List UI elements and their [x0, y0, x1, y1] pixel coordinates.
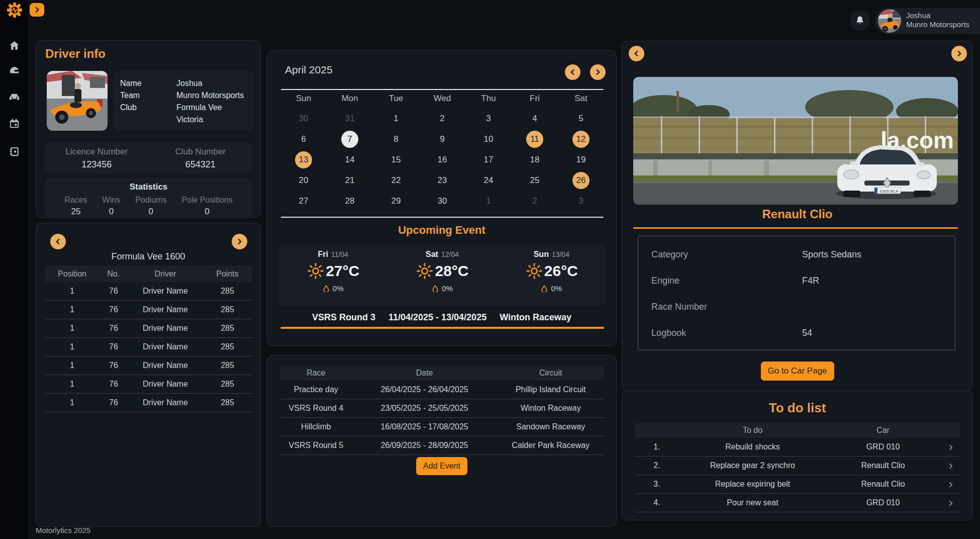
- races-table: RaceDateCircuit Practice day26/04/2025 -…: [280, 366, 604, 455]
- calendar-day[interactable]: 31: [327, 108, 373, 129]
- chevron-right-icon[interactable]: [939, 498, 960, 507]
- calendar-day[interactable]: 3: [558, 191, 604, 211]
- calendar-day[interactable]: 16: [419, 149, 465, 170]
- calendar-day[interactable]: 3: [465, 108, 512, 129]
- column-header: To do: [678, 426, 827, 435]
- races-header: RaceDateCircuit: [280, 366, 604, 381]
- stat: Wins0: [103, 196, 121, 217]
- calendar-day[interactable]: 25: [512, 170, 558, 191]
- table-cell: 285: [203, 305, 252, 314]
- leaderboard-next-button[interactable]: [232, 234, 247, 249]
- car-next-button[interactable]: [951, 46, 967, 61]
- event-location: Winton Raceway: [500, 312, 571, 323]
- driver-stats: Races25Wins0Podiums0Pole Positions0: [45, 196, 252, 217]
- calendar-day[interactable]: 6: [280, 129, 327, 149]
- weekday-label: Thu: [465, 94, 512, 104]
- calendar-day[interactable]: 2: [419, 108, 465, 129]
- calendar-day[interactable]: 10: [465, 129, 512, 149]
- calendar-day[interactable]: 1: [373, 108, 419, 129]
- todo-row[interactable]: 4.Pour new seatGRD 010: [635, 494, 960, 512]
- detail-value: Sports Sedans: [802, 249, 942, 260]
- table-cell: 23/05/2025 - 25/05/2025: [352, 404, 498, 413]
- sun-icon: [525, 262, 543, 280]
- todo-row[interactable]: 2.Replace gear 2 synchroRenault Clio: [635, 457, 960, 475]
- chevron-right-icon[interactable]: [939, 442, 960, 452]
- todo-row[interactable]: 1.Rebuild shocksGRD 010: [635, 438, 960, 457]
- driver-info-title: Driver info: [45, 47, 106, 61]
- table-cell: Winton Raceway: [497, 404, 604, 413]
- calendar-day[interactable]: 7: [327, 129, 373, 149]
- helmet-icon[interactable]: [9, 65, 20, 76]
- calendar-day[interactable]: 24: [465, 170, 512, 191]
- stat-value: 0: [135, 207, 166, 217]
- weekday-label: Sun: [280, 94, 327, 104]
- calendar-day[interactable]: 11: [512, 129, 558, 149]
- calendar-day[interactable]: 19: [558, 149, 604, 170]
- sun-icon: [307, 262, 325, 280]
- event-date-range: 11/04/2025 - 13/04/2025: [388, 312, 486, 323]
- calendar-day[interactable]: 30: [280, 108, 327, 129]
- calendar-day[interactable]: 5: [558, 108, 604, 129]
- calendar-day[interactable]: 23: [419, 170, 465, 191]
- upcoming-event-title: Upcoming Event: [267, 224, 616, 237]
- calendar-day[interactable]: 22: [373, 170, 419, 191]
- calendar-prev-button[interactable]: [565, 64, 580, 80]
- driver-field: NameJoshua: [120, 77, 247, 89]
- table-cell: 1: [45, 380, 99, 389]
- calendar-next-button[interactable]: [590, 64, 606, 80]
- calendar-day[interactable]: 29: [373, 191, 419, 211]
- raindrop-icon: [323, 285, 330, 292]
- calendar-day[interactable]: 26: [558, 170, 604, 191]
- divider: [281, 217, 604, 218]
- calendar-day[interactable]: 9: [419, 129, 465, 149]
- car-icon[interactable]: [9, 92, 20, 103]
- driver-photo: [47, 71, 108, 131]
- avatar[interactable]: [877, 9, 902, 33]
- todo-number: 1.: [635, 442, 678, 452]
- calendar-day[interactable]: 13: [280, 149, 327, 170]
- todo-number: 3.: [635, 480, 678, 489]
- car-details: CategorySports SedansEngineF4RRace Numbe…: [638, 236, 955, 350]
- table-cell: Practice day: [280, 385, 352, 394]
- notifications-button[interactable]: [850, 11, 870, 31]
- weather-temp: 28°C: [387, 262, 497, 280]
- calendar-day[interactable]: 8: [373, 129, 419, 149]
- table-cell: 1: [45, 342, 99, 351]
- calendar-day[interactable]: 4: [512, 108, 558, 129]
- add-event-button[interactable]: Add Event: [416, 457, 467, 475]
- car-prev-button[interactable]: [629, 46, 644, 61]
- calendar-day[interactable]: 30: [419, 191, 465, 211]
- calendar-day[interactable]: 18: [512, 149, 558, 170]
- chevron-left-icon: [634, 50, 641, 57]
- calendar-day[interactable]: 28: [327, 191, 373, 211]
- calendar-day[interactable]: 2: [512, 191, 558, 211]
- footer-text: Motorlytics 2025: [36, 526, 90, 534]
- calendar-day[interactable]: 17: [465, 149, 512, 170]
- todo-car: Renault Clio: [827, 461, 939, 470]
- chevron-right-icon[interactable]: [939, 480, 960, 489]
- home-icon[interactable]: [9, 40, 20, 51]
- logbook-icon[interactable]: [9, 146, 20, 157]
- calendar-day[interactable]: 20: [280, 170, 327, 191]
- calendar-icon[interactable]: [9, 118, 20, 129]
- calendar-day[interactable]: 27: [280, 191, 327, 211]
- chevron-right-icon[interactable]: [939, 461, 960, 470]
- calendar-day[interactable]: 12: [558, 129, 604, 149]
- calendar-day[interactable]: 15: [373, 149, 419, 170]
- todo-car: GRD 010: [827, 442, 939, 452]
- table-cell: 285: [203, 398, 252, 407]
- sidebar-expand-button[interactable]: [30, 3, 44, 17]
- weather-rain: 0%: [278, 284, 387, 293]
- divider: [281, 89, 604, 90]
- calendar-day[interactable]: 1: [465, 191, 512, 211]
- todo-row[interactable]: 3.Replace expiring beltRenault Clio: [635, 475, 960, 494]
- calendar-day[interactable]: 21: [327, 170, 373, 191]
- go-to-car-page-button[interactable]: Go to Car Page: [760, 362, 834, 381]
- svg-text:S305 BCA: S305 BCA: [879, 189, 899, 194]
- leaderboard-prev-button[interactable]: [50, 234, 66, 249]
- stat: Races25: [64, 196, 87, 217]
- table-cell: 76: [99, 398, 128, 407]
- calendar-day[interactable]: 14: [327, 149, 373, 170]
- table-cell: 76: [99, 380, 128, 389]
- app-logo-gear-icon[interactable]: [7, 3, 22, 18]
